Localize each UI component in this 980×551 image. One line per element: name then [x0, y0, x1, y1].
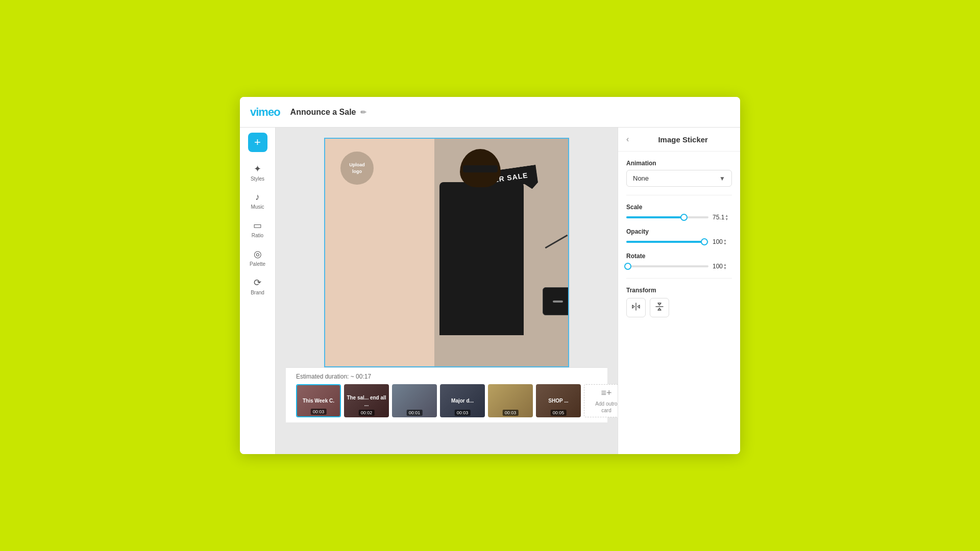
opacity-fill	[626, 241, 704, 243]
left-toolbar: + ✦ Styles ♪ Music ▭ Ratio ◎ Palette ⟳ B…	[240, 128, 276, 454]
person-coat	[439, 182, 524, 335]
duration-label: Estimated duration: ~ 00:17	[296, 373, 597, 380]
clip-3-duration: 00:01	[407, 410, 423, 416]
handbag	[543, 287, 568, 315]
clip-4[interactable]: Major d... 00:03	[440, 384, 485, 417]
sunglasses	[463, 165, 498, 172]
animation-group: Animation None ▼	[626, 160, 732, 187]
rotate-stepper[interactable]: ▲ ▼	[723, 263, 727, 270]
right-panel: ‹ Image Sticker Animation None ▼ Scale	[618, 128, 740, 454]
scale-value: 75.1 ▲ ▼	[713, 214, 732, 221]
panel-body: Animation None ▼ Scale	[618, 152, 740, 325]
palette-icon: ◎	[254, 248, 262, 260]
opacity-label: Opacity	[626, 228, 732, 235]
add-button[interactable]: +	[248, 133, 267, 152]
upload-logo-text: Uploadlogo	[349, 162, 365, 174]
scale-up-arrow[interactable]: ▲	[725, 214, 728, 217]
flip-vertical-button[interactable]	[650, 298, 669, 317]
vimeo-logo: vimeo	[250, 106, 280, 119]
top-bar: vimeo Announce a Sale ✏	[240, 97, 740, 128]
clip-1-duration: 00:03	[311, 409, 327, 415]
rotate-up-arrow[interactable]: ▲	[723, 263, 727, 266]
music-icon: ♪	[255, 192, 260, 203]
opacity-up-arrow[interactable]: ▲	[723, 238, 727, 242]
opacity-down-arrow[interactable]: ▼	[723, 242, 727, 245]
rotate-label: Rotate	[626, 253, 732, 260]
rotate-thumb[interactable]	[624, 263, 631, 270]
ratio-icon: ▭	[253, 220, 262, 231]
add-outro-text: Add outrocard	[595, 400, 617, 414]
canvas[interactable]: Uploadlogo SUPER SALE	[324, 138, 569, 367]
palette-label: Palette	[250, 261, 265, 267]
opacity-stepper[interactable]: ▲ ▼	[723, 238, 727, 245]
brand-icon: ⟳	[254, 277, 261, 288]
scale-label: Scale	[626, 204, 732, 211]
animation-dropdown[interactable]: None ▼	[626, 170, 732, 187]
project-title-text: Announce a Sale	[290, 108, 356, 117]
app-window: vimeo Announce a Sale ✏ + ✦ Styles ♪ Mus…	[240, 97, 740, 454]
add-outro-icon: ≡+	[601, 388, 611, 398]
clip-5-duration: 00:03	[503, 410, 519, 416]
handbag-strap	[545, 235, 568, 249]
project-title: Announce a Sale ✏	[290, 108, 366, 117]
rotate-group: Rotate 100 ▲ ▼	[626, 253, 732, 270]
clip-6[interactable]: SHOP ... 00:05	[536, 384, 581, 417]
scale-fill	[626, 216, 684, 218]
transform-group: Transform	[626, 287, 732, 317]
chevron-down-icon: ▼	[719, 175, 725, 182]
opacity-value: 100 ▲ ▼	[713, 238, 732, 245]
transform-label: Transform	[626, 287, 732, 294]
flip-horizontal-button[interactable]	[626, 298, 646, 317]
add-outro-button[interactable]: ≡+ Add outrocard	[584, 384, 618, 417]
styles-label: Styles	[251, 176, 264, 182]
scale-down-arrow[interactable]: ▼	[725, 217, 728, 221]
divider-2	[626, 278, 732, 279]
clip-3[interactable]: 00:01	[392, 384, 437, 417]
rotate-value: 100 ▲ ▼	[713, 263, 732, 270]
flip-horizontal-icon	[631, 302, 641, 314]
scale-stepper[interactable]: ▲ ▼	[725, 214, 728, 221]
edit-icon[interactable]: ✏	[360, 108, 366, 116]
sidebar-item-styles[interactable]: ✦ Styles	[242, 159, 273, 186]
ratio-label: Ratio	[252, 233, 263, 238]
clips-row: This Week C. 00:03 The sal... end all ..…	[296, 384, 597, 417]
clip-4-duration: 00:03	[455, 410, 471, 416]
rotate-down-arrow[interactable]: ▼	[723, 266, 727, 270]
opacity-slider[interactable]	[626, 241, 708, 243]
canvas-area: Uploadlogo SUPER SALE Estimated duration…	[276, 128, 618, 454]
transform-buttons	[626, 298, 732, 317]
opacity-thumb[interactable]	[701, 238, 708, 245]
rotate-slider[interactable]	[626, 265, 708, 267]
sidebar-item-palette[interactable]: ◎ Palette	[242, 244, 273, 271]
timeline: Estimated duration: ~ 00:17 This Week C.…	[286, 367, 607, 422]
handbag-clasp	[553, 300, 563, 303]
panel-header: ‹ Image Sticker	[618, 128, 740, 152]
scale-thumb[interactable]	[680, 214, 688, 221]
brand-label: Brand	[251, 290, 264, 295]
main-content: + ✦ Styles ♪ Music ▭ Ratio ◎ Palette ⟳ B…	[240, 128, 740, 454]
scale-slider-row: 75.1 ▲ ▼	[626, 214, 732, 221]
clip-1[interactable]: This Week C. 00:03	[296, 384, 341, 417]
animation-label: Animation	[626, 160, 732, 167]
clip-2[interactable]: The sal... end all ... 00:02	[344, 384, 389, 417]
opacity-group: Opacity 100 ▲ ▼	[626, 228, 732, 245]
upload-logo-button[interactable]: Uploadlogo	[340, 152, 374, 185]
flip-vertical-icon	[654, 302, 665, 314]
sidebar-item-music[interactable]: ♪ Music	[242, 188, 273, 214]
scale-slider[interactable]	[626, 216, 708, 218]
animation-selected: None	[633, 174, 649, 182]
styles-icon: ✦	[254, 163, 261, 174]
scale-group: Scale 75.1 ▲ ▼	[626, 204, 732, 221]
opacity-slider-row: 100 ▲ ▼	[626, 238, 732, 245]
back-button[interactable]: ‹	[626, 135, 629, 144]
music-label: Music	[251, 204, 264, 210]
sidebar-item-brand[interactable]: ⟳ Brand	[242, 273, 273, 299]
sidebar-item-ratio[interactable]: ▭ Ratio	[242, 216, 273, 242]
clip-5[interactable]: 00:03	[488, 384, 533, 417]
rotate-slider-row: 100 ▲ ▼	[626, 263, 732, 270]
divider-1	[626, 195, 732, 195]
clip-6-duration: 00:05	[551, 410, 567, 416]
clip-2-duration: 00:02	[359, 410, 375, 416]
panel-title: Image Sticker	[634, 135, 732, 144]
